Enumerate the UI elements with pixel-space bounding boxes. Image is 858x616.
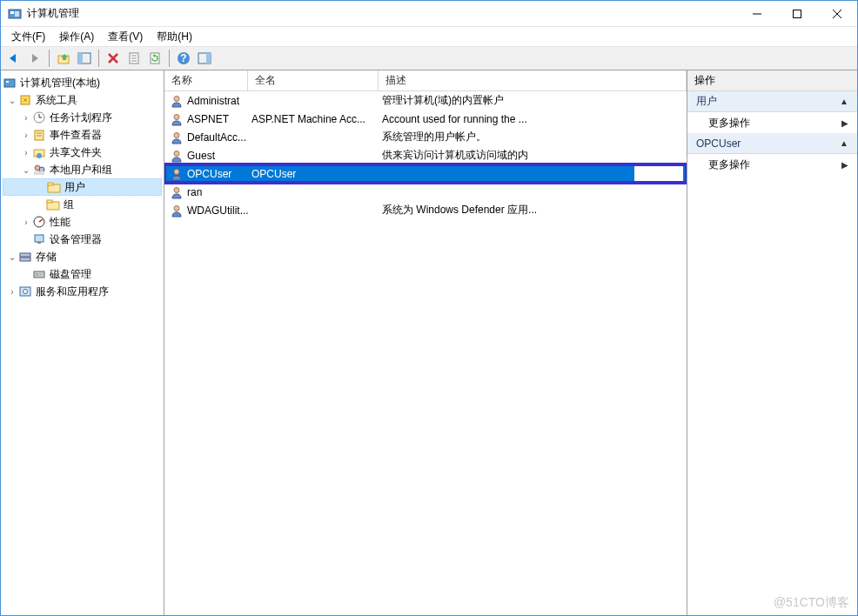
action-pane-button[interactable]	[195, 49, 214, 68]
collapse-icon: ▲	[840, 97, 848, 106]
folder-icon	[46, 198, 60, 211]
tree-performance[interactable]: ›性能	[3, 213, 162, 231]
col-header-description[interactable]: 描述	[379, 70, 687, 90]
user-icon	[170, 131, 184, 144]
svg-point-54	[174, 169, 179, 174]
action-section-opcuser[interactable]: OPCUser▲	[687, 133, 857, 154]
user-icon	[170, 94, 184, 108]
menu-help[interactable]: 帮助(H)	[150, 28, 199, 46]
svg-rect-4	[794, 10, 801, 17]
back-button[interactable]	[4, 49, 23, 68]
chevron-right-icon[interactable]: ›	[20, 131, 32, 140]
tree-localusers[interactable]: ⌄本地用户和组	[3, 161, 162, 178]
action-more-ops-1[interactable]: 更多操作▶	[687, 112, 857, 133]
list-row[interactable]: OPCUserOPCUser	[164, 164, 687, 183]
svg-rect-41	[35, 235, 44, 242]
cell-description: 供来宾访问计算机或访问域的内	[379, 148, 687, 163]
folder-icon	[47, 180, 61, 194]
svg-rect-38	[47, 200, 52, 203]
show-hide-tree-button[interactable]	[75, 49, 94, 68]
svg-point-56	[174, 205, 179, 211]
menu-file[interactable]: 文件(F)	[4, 28, 52, 46]
svg-point-51	[174, 114, 179, 119]
cell-name: Administrat	[164, 94, 248, 108]
chevron-right-icon[interactable]: ›	[20, 113, 32, 123]
user-icon	[170, 204, 184, 218]
list-row[interactable]: DefaultAcc...系统管理的用户帐户。	[164, 128, 687, 146]
list-row[interactable]: Administrat管理计算机(域)的内置帐户	[164, 91, 687, 110]
tree-devicemgr[interactable]: 设备管理器	[3, 231, 162, 248]
list-header: 名称 全名 描述	[164, 70, 687, 91]
tree-services[interactable]: ›服务和应用程序	[3, 283, 162, 300]
properties-button[interactable]	[124, 49, 144, 68]
chevron-right-icon[interactable]: ›	[20, 148, 32, 157]
tree-storage[interactable]: ⌄存储	[3, 248, 162, 265]
list-row[interactable]: WDAGUtilit...系统为 Windows Defender 应用...	[164, 201, 687, 219]
tree-taskscheduler[interactable]: ›任务计划程序	[3, 109, 162, 126]
cell-name: WDAGUtilit...	[164, 204, 248, 218]
svg-rect-43	[20, 253, 30, 257]
action-section-users[interactable]: 用户▲	[687, 91, 857, 112]
list-row[interactable]: ran	[164, 183, 687, 201]
chevron-down-icon[interactable]: ⌄	[20, 165, 32, 175]
svg-rect-21	[4, 79, 15, 87]
close-button[interactable]	[817, 1, 857, 27]
tree-sharedfolders[interactable]: ›共享文件夹	[3, 144, 162, 161]
menu-action[interactable]: 操作(A)	[52, 28, 101, 46]
cell-name: ASPNET	[164, 112, 248, 126]
col-header-name[interactable]: 名称	[164, 70, 248, 90]
chevron-right-icon: ▶	[841, 118, 848, 128]
cell-fullname: OPCUser	[248, 168, 379, 180]
forward-button[interactable]	[25, 49, 44, 68]
chevron-down-icon[interactable]: ⌄	[6, 252, 18, 262]
list-pane: 名称 全名 描述 Administrat管理计算机(域)的内置帐户ASPNETA…	[164, 70, 687, 615]
user-icon	[170, 149, 184, 163]
collapse-icon: ▲	[840, 138, 848, 148]
up-button[interactable]	[54, 49, 73, 68]
tree-systools[interactable]: ⌄系统工具	[3, 91, 162, 109]
maximize-button[interactable]	[777, 1, 817, 27]
user-icon	[170, 167, 184, 181]
action-pane-header: 操作	[687, 70, 857, 91]
window-title: 计算机管理	[27, 6, 737, 21]
svg-text:?: ?	[180, 52, 186, 64]
delete-button[interactable]	[104, 49, 123, 68]
action-pane: 操作 用户▲ 更多操作▶ OPCUser▲ 更多操作▶	[687, 70, 857, 615]
svg-rect-42	[37, 242, 41, 244]
menu-view[interactable]: 查看(V)	[101, 28, 150, 46]
chevron-right-icon[interactable]: ›	[20, 218, 32, 227]
cell-name: Guest	[164, 149, 248, 163]
svg-point-52	[174, 132, 179, 137]
svg-point-53	[174, 151, 179, 156]
svg-rect-36	[48, 183, 53, 185]
cell-name: DefaultAcc...	[164, 131, 248, 144]
svg-point-31	[37, 153, 42, 158]
action-more-ops-2[interactable]: 更多操作▶	[687, 154, 857, 175]
col-header-fullname[interactable]: 全名	[248, 70, 379, 90]
minimize-button[interactable]	[737, 1, 777, 27]
svg-point-55	[174, 187, 179, 192]
list-row[interactable]: ASPNETASP.NET Machine Acc...Account used…	[164, 110, 687, 128]
help-button[interactable]: ?	[174, 49, 193, 68]
chevron-right-icon[interactable]: ›	[6, 287, 18, 297]
list-row[interactable]: Guest供来宾访问计算机或访问域的内	[164, 146, 687, 164]
user-icon	[170, 185, 184, 199]
tree-pane[interactable]: 计算机管理(本地) ⌄系统工具 ›任务计划程序 ›事件查看器 ›共享文件夹 ⌄本…	[1, 70, 164, 615]
list-body[interactable]: Administrat管理计算机(域)的内置帐户ASPNETASP.NET Ma…	[164, 91, 687, 615]
cell-description: Account used for running the ...	[379, 113, 687, 125]
tree-users[interactable]: 用户	[3, 178, 162, 196]
svg-rect-46	[36, 273, 38, 276]
tree-root[interactable]: 计算机管理(本地)	[3, 74, 162, 91]
cell-description: 管理计算机(域)的内置帐户	[379, 93, 687, 108]
refresh-button[interactable]	[145, 49, 164, 68]
chevron-down-icon[interactable]: ⌄	[6, 96, 18, 105]
cell-name: OPCUser	[164, 167, 248, 181]
tree-eventviewer[interactable]: ›事件查看器	[3, 126, 162, 144]
svg-rect-47	[39, 273, 43, 276]
svg-point-50	[174, 96, 179, 101]
app-icon	[8, 7, 22, 21]
tree-diskmgmt[interactable]: 磁盘管理	[3, 265, 162, 283]
svg-rect-2	[15, 11, 19, 17]
tree-groups[interactable]: 组	[3, 196, 162, 213]
cell-name: ran	[164, 185, 248, 199]
